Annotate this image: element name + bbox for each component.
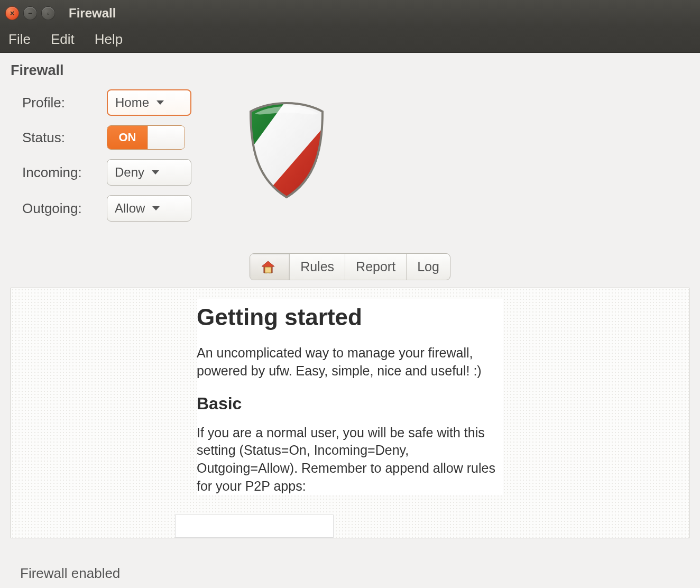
- outgoing-combo[interactable]: Allow: [107, 195, 191, 222]
- titlebar: × − ▫ Firewall: [0, 0, 700, 26]
- status-bar: Firewall enabled: [0, 558, 700, 588]
- incoming-value: Deny: [115, 165, 144, 180]
- close-button[interactable]: ×: [5, 6, 19, 20]
- main-content: Firewall Profile: Home Status: ON Incomi…: [0, 53, 700, 538]
- doc-image-cutoff: [175, 514, 334, 538]
- doc-intro: An uncomplicated way to manage your fire…: [197, 344, 503, 380]
- status-toggle[interactable]: ON: [107, 125, 185, 150]
- chevron-down-icon: [152, 206, 160, 210]
- maximize-button[interactable]: ▫: [41, 6, 55, 20]
- settings-grid: Profile: Home Status: ON Incoming: Deny …: [22, 89, 191, 222]
- menu-file[interactable]: File: [4, 29, 35, 50]
- minimize-button[interactable]: −: [23, 6, 37, 20]
- profile-label: Profile:: [22, 95, 107, 111]
- outgoing-label: Outgoing:: [22, 200, 107, 217]
- tab-log-label: Log: [417, 259, 439, 274]
- menu-help[interactable]: Help: [90, 29, 127, 50]
- section-title: Firewall: [11, 62, 689, 79]
- incoming-combo[interactable]: Deny: [107, 159, 191, 186]
- tab-rules-label: Rules: [300, 259, 334, 274]
- status-value: ON: [107, 126, 148, 149]
- window-title: Firewall: [69, 6, 116, 21]
- tab-log[interactable]: Log: [407, 254, 450, 280]
- menu-edit[interactable]: Edit: [47, 29, 79, 50]
- getting-started-doc: Getting started An uncomplicated way to …: [197, 299, 503, 495]
- home-icon: [261, 260, 275, 274]
- status-label: Status:: [22, 130, 107, 146]
- incoming-label: Incoming:: [22, 164, 107, 181]
- tab-bar: Rules Report Log: [11, 253, 689, 280]
- svg-rect-4: [265, 267, 271, 273]
- tab-home[interactable]: [250, 254, 290, 280]
- profile-combo[interactable]: Home: [107, 89, 191, 116]
- doc-basic-text: If you are a normal user, you will be sa…: [197, 424, 503, 495]
- profile-value: Home: [115, 95, 149, 110]
- shield-icon: [244, 100, 329, 203]
- tab-report[interactable]: Report: [345, 254, 407, 280]
- chevron-down-icon: [156, 100, 164, 105]
- outgoing-value: Allow: [115, 201, 145, 216]
- content-panel: Getting started An uncomplicated way to …: [11, 288, 689, 538]
- menubar: File Edit Help: [0, 26, 700, 53]
- doc-subheading: Basic: [197, 394, 503, 414]
- doc-heading: Getting started: [197, 304, 503, 330]
- tab-rules[interactable]: Rules: [290, 254, 345, 280]
- status-text: Firewall enabled: [20, 565, 120, 582]
- chevron-down-icon: [152, 170, 159, 174]
- toggle-knob: [148, 126, 185, 149]
- tab-report-label: Report: [356, 259, 395, 274]
- svg-marker-5: [262, 261, 274, 267]
